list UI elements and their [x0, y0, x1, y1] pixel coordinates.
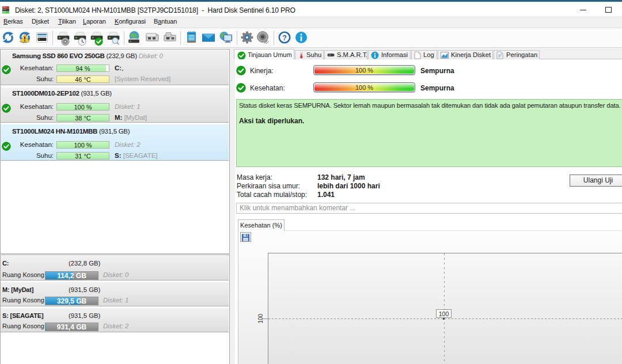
svg-text:?: ? [282, 33, 287, 42]
